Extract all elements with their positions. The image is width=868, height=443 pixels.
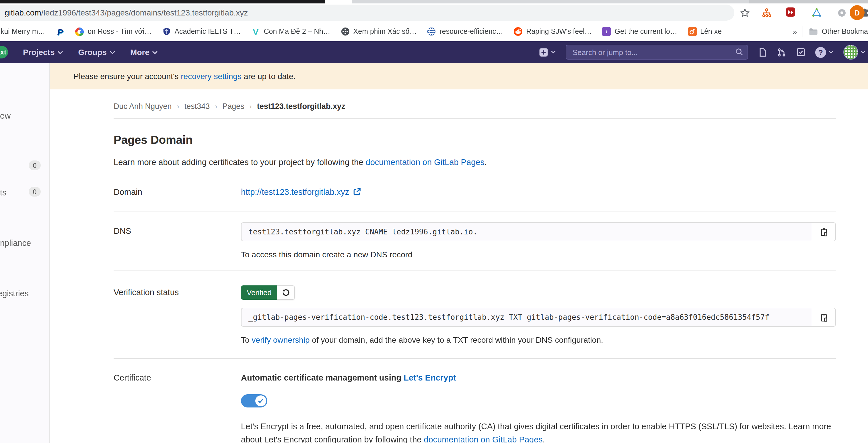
bookmark-star-icon[interactable] <box>740 7 750 18</box>
copy-verification-button[interactable] <box>812 308 836 327</box>
banner-text: are up to date. <box>242 72 296 81</box>
browser-toolbar: gitlab.com/ledz1996/test343/pages/domain… <box>0 3 868 22</box>
recovery-settings-link[interactable]: recovery settings <box>181 72 242 81</box>
next-environment-badge: Next <box>0 46 8 59</box>
bookmark-label: Lên xe <box>700 28 722 36</box>
chevron-down-icon <box>152 50 158 54</box>
bookmark-item[interactable]: › Get the current lo… <box>602 27 677 36</box>
other-bookmarks-label[interactable]: Other Bookma <box>822 28 868 36</box>
page-title: Pages Domain <box>114 134 836 147</box>
bookmark-label: ekui Merry m… <box>0 28 45 36</box>
count-badge: 0 <box>29 161 41 170</box>
certificate-row: Certificate Automatic certificate manage… <box>114 359 836 443</box>
count-badge: 0 <box>29 187 41 197</box>
lets-encrypt-link[interactable]: Let's Encrypt <box>404 373 456 382</box>
bookmark-label: Raping SJW's feel… <box>526 28 591 36</box>
certificate-heading: Automatic certificate management using L… <box>241 373 836 382</box>
profile-avatar[interactable]: D <box>850 5 865 20</box>
user-menu[interactable] <box>843 45 866 60</box>
nav-more[interactable]: More <box>130 47 158 57</box>
bookmark-label: resource-efficienc… <box>440 28 503 36</box>
bookmark-item[interactable]: V Con Ma Đề 2 – Nh… <box>251 27 331 36</box>
breadcrumb-user[interactable]: Duc Anh Nguyen <box>114 102 172 111</box>
verification-code-value[interactable]: _gitlab-pages-verification-code.test123.… <box>241 308 812 327</box>
bookmark-label: Xem phim Xác số… <box>353 28 417 36</box>
browser-window: gitlab.com/ledz1996/test343/pages/domain… <box>0 0 868 443</box>
breadcrumb: Duc Anh Nguyen › test343 › Pages › test1… <box>114 90 836 118</box>
dns-record-value[interactable]: test123.testforgitlab.xyz CNAME ledz1996… <box>241 223 812 241</box>
dns-row: DNS test123.testforgitlab.xyz CNAME ledz… <box>114 211 836 271</box>
graphql-extension-icon[interactable] <box>811 7 822 18</box>
search-icon <box>735 47 744 59</box>
bookmark-item[interactable]: resource-efficienc… <box>427 27 503 36</box>
breadcrumb-separator: › <box>177 102 179 110</box>
sidebar-item-label: egistries <box>0 289 29 298</box>
ring-extension-icon[interactable] <box>836 7 847 18</box>
breadcrumb-separator: › <box>215 102 217 110</box>
retry-icon <box>282 288 290 297</box>
verification-status-group: Verified <box>241 285 836 300</box>
bookmark-item[interactable]: Raping SJW's feel… <box>514 27 591 36</box>
toggle-knob <box>255 396 266 406</box>
bookmark-label: Academic IELTS T… <box>175 28 241 36</box>
verify-ownership-link[interactable]: verify ownership <box>252 335 310 344</box>
external-link-icon <box>352 188 361 196</box>
retry-verification-button[interactable] <box>277 285 295 300</box>
help-menu[interactable]: ? <box>815 47 834 58</box>
bookmark-item[interactable]: P <box>55 27 65 36</box>
bookmark-item[interactable]: on Ross - Tìm với… <box>75 27 151 36</box>
domain-url-link[interactable]: http://test123.testforgitlab.xyz <box>241 188 361 197</box>
domain-url-text: http://test123.testforgitlab.xyz <box>241 188 349 197</box>
dns-label: DNS <box>114 223 241 259</box>
documentation-link[interactable]: documentation on GitLab Pages <box>424 435 543 443</box>
dns-record-group: test123.testforgitlab.xyz CNAME ledz1996… <box>241 223 836 241</box>
verification-label: Verification status <box>114 285 241 344</box>
paypal-icon: P <box>55 27 65 36</box>
nav-groups[interactable]: Groups <box>78 47 116 57</box>
address-bar[interactable]: gitlab.com/ledz1996/test343/pages/domain… <box>0 5 734 21</box>
chevron-down-icon <box>110 50 115 54</box>
fast-forward-extension-icon[interactable] <box>786 7 795 16</box>
issues-icon[interactable] <box>758 47 767 57</box>
bookmark-item[interactable]: Lên xe <box>688 27 722 36</box>
search-input[interactable] <box>566 45 748 60</box>
global-search <box>566 45 748 60</box>
sidebar-item-overview[interactable]: ew <box>0 111 10 121</box>
breadcrumb-pages[interactable]: Pages <box>222 102 244 111</box>
bookmark-item[interactable]: Academic IELTS T… <box>162 27 241 36</box>
folder-icon <box>809 27 818 36</box>
intro-after: . <box>485 158 487 167</box>
bookmark-label: Con Ma Đề 2 – Nh… <box>264 28 331 36</box>
bookmark-label: Get the current lo… <box>615 28 677 36</box>
certificate-label: Certificate <box>114 373 241 443</box>
verification-helper-text: To verify ownership of your domain, add … <box>241 335 836 344</box>
bookmarks-bar: ekui Merry m… P on Ross - Tìm với… Acade… <box>0 22 868 41</box>
tab-strip-right-segment <box>749 0 868 3</box>
breadcrumb-current: test123.testforgitlab.xyz <box>257 102 345 111</box>
helper-after: of your domain, add the above key to a T… <box>310 335 603 344</box>
documentation-link[interactable]: documentation on GitLab Pages <box>366 158 485 167</box>
copy-dns-button[interactable] <box>812 223 836 241</box>
shield-icon <box>162 27 171 36</box>
todos-icon[interactable] <box>796 47 805 57</box>
sidebar-item-compliance[interactable]: npliance <box>0 238 31 247</box>
intro-text: Learn more about adding certificates to … <box>114 158 836 167</box>
url-path: /ledz1996/test343/pages/domains/test123.… <box>41 8 248 17</box>
bookmark-item[interactable]: Xem phim Xác số… <box>341 27 417 36</box>
sidebar-item-registries[interactable]: egistries <box>0 289 29 298</box>
bookmarks-overflow-chevron[interactable]: » <box>793 27 797 36</box>
new-menu-button[interactable] <box>539 47 556 57</box>
nav-projects[interactable]: Projects <box>23 47 63 57</box>
chevron-down-icon <box>58 50 63 54</box>
orange-icon <box>688 27 697 36</box>
heading-before: Automatic certificate management using <box>241 373 404 382</box>
bookmark-item[interactable]: ekui Merry m… <box>0 28 45 36</box>
breadcrumb-project[interactable]: test343 <box>184 102 210 111</box>
sidebar-item-label: npliance <box>0 238 31 247</box>
sidebar-item-label: ts <box>0 188 7 197</box>
sitemap-extension-icon[interactable] <box>761 7 772 18</box>
merge-requests-icon[interactable] <box>777 47 786 57</box>
domain-row: Domain http://test123.testforgitlab.xyz <box>114 174 836 211</box>
lets-encrypt-toggle[interactable] <box>241 394 267 407</box>
sidebar-item-merge-requests[interactable]: ts 0 <box>0 188 7 197</box>
